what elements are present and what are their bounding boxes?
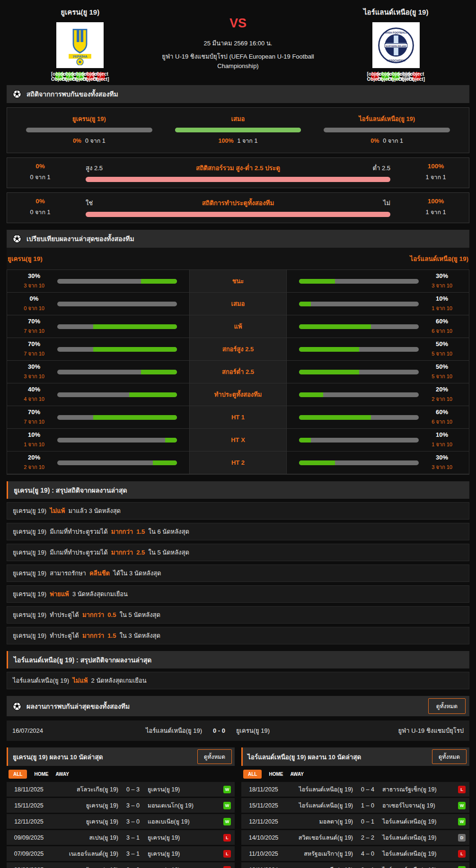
stat-label: เสมอ — [189, 293, 287, 315]
h2h-column-bar — [324, 128, 450, 132]
summary-text: ยูเครน(ยู 19) มีเกมที่ทำประตูรวมได้ — [13, 527, 111, 537]
home-stat-bar — [57, 279, 177, 284]
match-row[interactable]: 12/11/2025 มอลตา(ยู 19) 0 – 1 ไอร์แลนด์เ… — [241, 814, 469, 829]
percent-value: 30% — [19, 272, 49, 279]
match-row[interactable]: 12/11/2025 ยูเครน(ยู 19) 3 – 0 แอลเบเนีย… — [7, 814, 235, 829]
home-recent-tabs: ALL HOME AWAY — [7, 766, 235, 782]
away-values: 30% 3 จาก 10 — [427, 454, 457, 471]
percent-value: 0% — [73, 138, 81, 144]
over-side-values: 0% 0 จาก 1 — [7, 163, 73, 182]
comparison-rows: 30% 3 จาก 10 ชนะ 30% — [7, 269, 469, 475]
home-team-block: ยูเครน(ยู 19) УКРАЇНА [object Object] [o… — [7, 7, 153, 80]
home-values: 30% 3 จาก 10 — [19, 363, 49, 381]
summary-text: ยูเครน(ยู 19) — [13, 589, 50, 599]
home-values: 30% 3 จาก 10 — [19, 272, 49, 290]
filter-tab[interactable]: ALL — [243, 770, 262, 779]
home-values: 10% 1 จาก 10 — [19, 431, 49, 449]
summary-highlight: มากกว่า 2.5 — [111, 547, 145, 557]
filter-tab[interactable]: AWAY — [55, 770, 69, 779]
home-team: ยูเครน(ยู 19) — [49, 801, 120, 810]
away-team-block: ไอร์แลนด์เหนือ(ยู 19) IRISH FOOTBALL ASS… — [323, 7, 469, 80]
comparison-home-team: ยูเครน(ยู 19) — [8, 253, 43, 264]
match-row[interactable]: 03/09/2025 อังกฤษ(ยู 19) 2 – 0 ยูเครน(ยู… — [7, 862, 235, 868]
summary-text: ใน 5 นัดหลังสุด — [145, 547, 189, 557]
away-values: 60% 6 จาก 10 — [427, 318, 457, 335]
comparison-home-side: 20% 2 จาก 10 — [7, 451, 189, 474]
over-under-box: 0% 0 จาก 1 สูง 2.5 สถิติสกอร์รวม สูง-ต่ำ… — [7, 157, 469, 188]
home-values: 70% 7 จาก 10 — [19, 340, 49, 358]
h2h-column-label: ยูเครน(ยู 19) — [72, 114, 106, 124]
result-badge: W — [223, 802, 231, 809]
view-all-button[interactable]: ดูทั้งหมด — [428, 698, 466, 714]
result-badge: W — [458, 818, 466, 825]
comparison-away-side: 50% 5 จาก 10 — [287, 361, 469, 383]
count-value: 2 จาก 10 — [19, 463, 49, 471]
filter-tab[interactable]: AWAY — [290, 770, 304, 779]
comparison-away-side: 60% 6 จาก 10 — [287, 406, 469, 428]
percent-value: 20% — [19, 454, 49, 461]
summary-row: ยูเครน(ยู 19) มีเกมที่ทำประตูรวมได้ มากก… — [7, 523, 469, 540]
away-team: แอลเบเนีย(ยู 19) — [146, 817, 217, 826]
btts-title: สถิติการทำประตูทั้งสองทีม — [202, 198, 274, 208]
match-row[interactable]: 14/10/2025 สวิตเชอร์แลนด์(ยู 19) 2 – 2 ไ… — [241, 830, 469, 845]
match-row[interactable]: 09/09/2025 สเปน(ยู 19) 3 – 1 ยูเครน(ยู 1… — [7, 830, 235, 845]
match-row[interactable]: 18/11/2025 สโลวะเกีย(ยู 19) 0 – 3 ยูเครน… — [7, 782, 235, 797]
summary-text: 3 นัดหลังสุดเกมเยือน — [69, 589, 128, 599]
filter-tab[interactable]: ALL — [9, 770, 27, 779]
home-team: สโลวะเกีย(ยู 19) — [49, 785, 120, 794]
match-competition: ยูฟ่า U-19 ชิงแชมป์ยุโรป — [355, 726, 464, 736]
comparison-home-side: 0% 0 จาก 10 — [7, 293, 189, 315]
form-result-badge: [object Object] — [97, 72, 105, 80]
h2h-column-label: ไอร์แลนด์เหนือ(ยู 19) — [359, 114, 415, 124]
match-date: 07/09/2025 — [9, 851, 49, 857]
over-under-main: สูง 2.5 สถิติสกอร์รวม สูง-ต่ำ 2.5 ประตู … — [73, 163, 403, 182]
result-badge: D — [458, 834, 466, 842]
home-team: ไอร์แลนด์เหนือ(ยู 19) — [284, 785, 355, 794]
view-all-button[interactable]: ดูทั้งหมด — [197, 749, 232, 764]
view-all-button[interactable]: ดูทั้งหมด — [432, 749, 467, 764]
count-value: 7 จาก 10 — [19, 417, 49, 426]
away-team-name: ไอร์แลนด์เหนือ(ยู 19) — [363, 7, 428, 18]
home-summary-section: ยูเครน(ยู 19) : สรุปสถิติจากผลงานล่าสุด … — [7, 481, 469, 644]
away-stat-bar — [299, 370, 419, 374]
away-form-badges: [object Object] [object Object] [object … — [371, 72, 421, 80]
match-row[interactable]: 07/09/2025 เนเธอร์แลนด์(ยู 19) 3 – 1 ยูเ… — [7, 846, 235, 861]
filter-tab[interactable]: HOME — [34, 770, 48, 779]
svg-text:NORTHERN IRELAND: NORTHERN IRELAND — [386, 44, 406, 47]
result-badge: W — [223, 818, 231, 825]
match-row[interactable]: 18/11/2025 ไอร์แลนด์เหนือ(ยู 19) 0 – 4 ส… — [241, 782, 469, 797]
comparison-home-side: 70% 7 จาก 10 — [7, 338, 189, 360]
count-value: 3 จาก 10 — [19, 372, 49, 381]
summary-text: 2 นัดหลังสุดเกมเยือน — [88, 676, 146, 686]
match-row[interactable]: 15/11/2025 ยูเครน(ยู 19) 3 – 0 มอนเตเนโก… — [7, 798, 235, 813]
h2h-stats-header: สถิติจากการพบกันของทั้งสองทีม — [7, 85, 469, 103]
percent-value: 50% — [427, 340, 457, 347]
match-score: 2 – 2 — [355, 834, 380, 841]
comparison-home-side: 40% 4 จาก 10 — [7, 383, 189, 406]
filter-tab[interactable]: HOME — [269, 770, 283, 779]
away-stat-bar — [299, 415, 419, 420]
h2h-match-row[interactable]: 16/07/2024 ไอร์แลนด์เหนือ(ยู 19) 0 - 0 ย… — [7, 720, 469, 741]
count-value: 0 จาก 10 — [19, 304, 49, 312]
summary-highlight: พ่ายแพ้ — [50, 589, 69, 599]
count-value: 1 จาก 10 — [427, 440, 457, 449]
home-stat-bar — [57, 347, 177, 352]
h2h-column-bar — [175, 128, 301, 132]
h2h-stats-title: สถิติจากการพบกันของทั้งสองทีม — [26, 89, 118, 99]
away-team: ยูเครน(ยู 19) — [146, 785, 217, 794]
home-stat-bar — [57, 302, 177, 306]
match-row[interactable]: 19/11/2024 แอลเบเนีย(ยู 19) 0 – 1 ไอร์แล… — [241, 862, 469, 868]
home-stat-bar — [57, 438, 177, 443]
away-stat-bar — [299, 460, 419, 465]
match-row[interactable]: 15/11/2025 ไอร์แลนด์เหนือ(ยู 19) 1 – 0 อ… — [241, 798, 469, 813]
home-stat-bar — [57, 415, 177, 420]
count-value: 3 จาก 10 — [19, 281, 49, 290]
count-value: 5 จาก 10 — [427, 372, 457, 381]
percent-value: 10% — [19, 431, 49, 438]
comparison-home-side: 30% 3 จาก 10 — [7, 361, 189, 383]
home-recent-title: ยูเครน(ยู 19) ผลงาน 10 นัดล่าสุด — [13, 752, 103, 762]
match-row[interactable]: 11/10/2025 สหรัฐอเมริกา(ยู 19) 4 – 0 ไอร… — [241, 846, 469, 861]
comparison-away-side: 50% 5 จาก 10 — [287, 338, 469, 360]
percent-value: 10% — [427, 431, 457, 438]
home-values: 70% 7 จาก 10 — [19, 318, 49, 335]
